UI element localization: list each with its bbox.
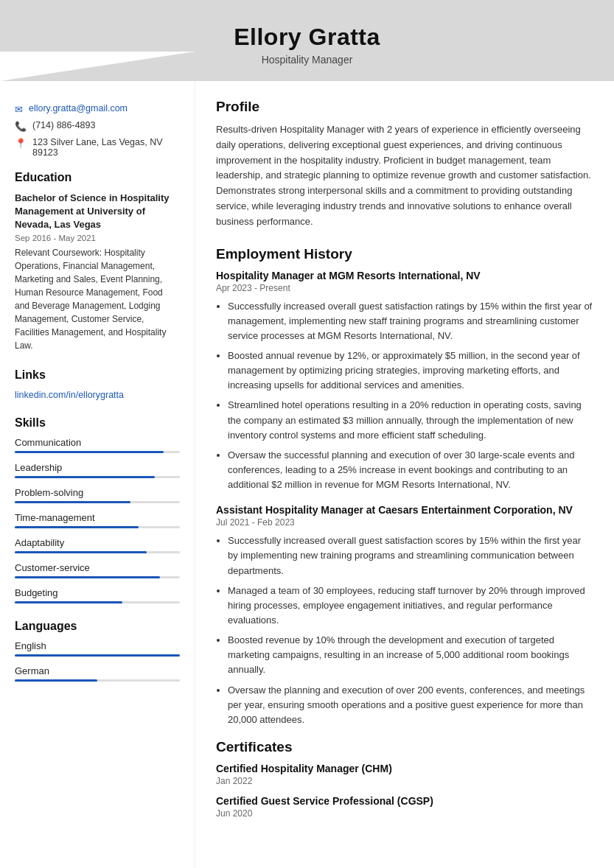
phone-icon: 📞 (15, 121, 27, 132)
bullet-item: Successfully increased overall guest sat… (228, 299, 593, 343)
skill-bar-bg (15, 451, 180, 453)
skill-bar-bg (15, 551, 180, 553)
skill-label: Problem-solving (15, 487, 180, 498)
header-title: Hospitality Manager (262, 54, 353, 66)
cert-date: Jun 2020 (216, 808, 593, 819)
links-section: Links linkedin.com/in/ellorygratta (15, 368, 180, 400)
sidebar: ✉ ellory.gratta@gmail.com 📞 (714) 886-48… (0, 81, 195, 868)
skill-item: Customer-service (15, 562, 180, 578)
skill-item: Communication (15, 437, 180, 453)
email-icon: ✉ (15, 104, 23, 115)
bullet-item: Boosted annual revenue by 12%, or approx… (228, 349, 593, 393)
skill-bar-fill (15, 501, 130, 503)
bullet-item: Oversaw the successful planning and exec… (228, 448, 593, 492)
languages-title: Languages (15, 620, 180, 633)
cert-name: Certified Guest Service Professional (CG… (216, 795, 593, 807)
edu-date: Sep 2016 - May 2021 (15, 234, 180, 242)
language-bar-bg (15, 654, 180, 657)
skill-item: Problem-solving (15, 487, 180, 503)
skill-item: Leadership (15, 462, 180, 478)
job-title: Assistant Hospitality Manager at Caesars… (216, 504, 593, 516)
job-bullets: Successfully increased overall guest sat… (228, 533, 593, 727)
links-title: Links (15, 368, 180, 382)
skills-list: Communication Leadership Problem-solving… (15, 437, 180, 603)
certificates-title: Certificates (216, 739, 593, 755)
language-label: German (15, 665, 180, 676)
skill-bar-bg (15, 501, 180, 503)
skill-item: Adaptability (15, 537, 180, 553)
education-title: Education (15, 171, 180, 184)
skill-bar-bg (15, 576, 180, 578)
employment-section: Employment History Hospitality Manager a… (216, 246, 593, 727)
skill-label: Budgeting (15, 587, 180, 598)
bullet-item: Boosted revenue by 10% through the devel… (228, 633, 593, 677)
language-label: English (15, 640, 180, 651)
job-bullets: Successfully increased overall guest sat… (228, 299, 593, 493)
profile-title: Profile (216, 99, 593, 115)
skill-bar-fill (15, 476, 155, 478)
employment-title: Employment History (216, 246, 593, 262)
address-text: 123 Silver Lane, Las Vegas, NV 89123 (32, 137, 180, 158)
skill-label: Time-management (15, 512, 180, 523)
certs-list: Certified Hospitality Manager (CHM) Jan … (216, 763, 593, 819)
edu-degree: Bachelor of Science in Hospitality Manag… (15, 192, 180, 232)
email-link[interactable]: ellory.gratta@gmail.com (29, 103, 128, 113)
languages-section: Languages English German (15, 620, 180, 682)
contact-section: ✉ ellory.gratta@gmail.com 📞 (714) 886-48… (15, 103, 180, 158)
skills-section: Skills Communication Leadership Problem-… (15, 416, 180, 603)
language-item: English (15, 640, 180, 657)
job-title: Hospitality Manager at MGM Resorts Inter… (216, 270, 593, 281)
cert-name: Certified Hospitality Manager (CHM) (216, 763, 593, 774)
cert-entry: Certified Guest Service Professional (CG… (216, 795, 593, 819)
skill-bar-fill (15, 551, 147, 553)
address-item: 📍 123 Silver Lane, Las Vegas, NV 89123 (15, 137, 180, 158)
skill-bar-bg (15, 601, 180, 603)
profile-section: Profile Results-driven Hospitality Manag… (216, 99, 593, 230)
cert-date: Jan 2022 (216, 776, 593, 786)
skill-item: Budgeting (15, 587, 180, 603)
layout: ✉ ellory.gratta@gmail.com 📞 (714) 886-48… (0, 81, 614, 868)
phone-item: 📞 (714) 886-4893 (15, 120, 180, 132)
skill-label: Communication (15, 437, 180, 448)
phone-text: (714) 886-4893 (32, 120, 95, 130)
job-date: Apr 2023 - Present (216, 283, 593, 293)
bullet-item: Managed a team of 30 employees, reducing… (228, 584, 593, 628)
email-item: ✉ ellory.gratta@gmail.com (15, 103, 180, 115)
education-section: Education Bachelor of Science in Hospita… (15, 171, 180, 352)
skill-label: Adaptability (15, 537, 180, 548)
language-bar-fill (15, 654, 180, 657)
skill-bar-fill (15, 576, 160, 578)
profile-text: Results-driven Hospitality Manager with … (216, 122, 593, 230)
coursework-label: Relevant Coursework: (15, 248, 102, 258)
skills-title: Skills (15, 416, 180, 430)
skill-bar-fill (15, 601, 122, 603)
language-bar-fill (15, 679, 97, 682)
jobs-list: Hospitality Manager at MGM Resorts Inter… (216, 270, 593, 727)
bullet-item: Streamlined hotel operations resulting i… (228, 398, 593, 442)
certificates-section: Certificates Certified Hospitality Manag… (216, 739, 593, 819)
cert-entry: Certified Hospitality Manager (CHM) Jan … (216, 763, 593, 786)
skill-bar-bg (15, 476, 180, 478)
skill-bar-fill (15, 451, 164, 453)
skill-bar-fill (15, 526, 139, 528)
main-content: Profile Results-driven Hospitality Manag… (195, 81, 614, 868)
language-item: German (15, 665, 180, 682)
header-name: Ellory Gratta (234, 24, 380, 51)
bullet-item: Successfully increased overall guest sat… (228, 533, 593, 578)
skill-label: Customer-service (15, 562, 180, 573)
job-entry: Hospitality Manager at MGM Resorts Inter… (216, 270, 593, 493)
bullet-item: Oversaw the planning and execution of ov… (228, 683, 593, 727)
skill-bar-bg (15, 526, 180, 528)
language-bar-bg (15, 679, 180, 682)
job-date: Jul 2021 - Feb 2023 (216, 517, 593, 528)
coursework-text: Hospitality Operations, Financial Manage… (15, 248, 166, 351)
linkedin-link[interactable]: linkedin.com/in/ellorygratta (15, 390, 124, 400)
header: Ellory Gratta Hospitality Manager (0, 0, 614, 81)
location-icon: 📍 (15, 138, 27, 149)
languages-list: English German (15, 640, 180, 682)
skill-item: Time-management (15, 512, 180, 528)
job-entry: Assistant Hospitality Manager at Caesars… (216, 504, 593, 727)
edu-coursework: Relevant Coursework: Hospitality Operati… (15, 246, 180, 352)
skill-label: Leadership (15, 462, 180, 473)
